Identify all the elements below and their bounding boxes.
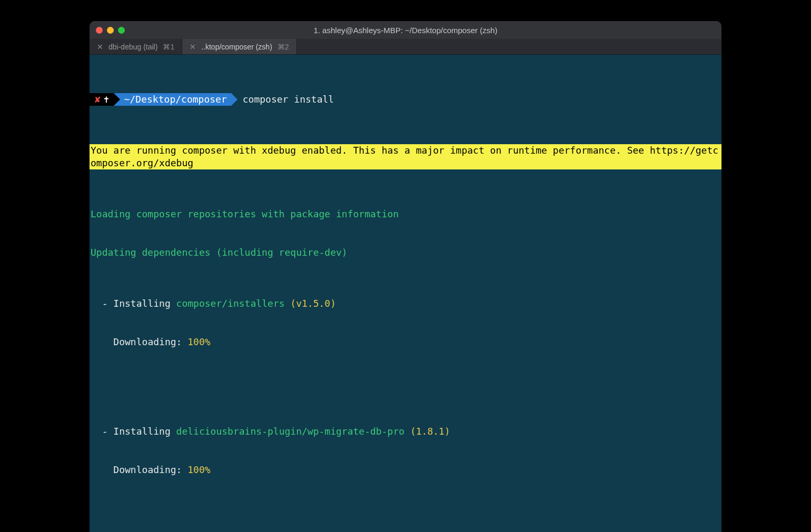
- install-line: - Installing deliciousbrains-plugin/wp-m…: [90, 425, 721, 438]
- blank-line: [90, 374, 721, 387]
- download-line: Downloading: 100%: [90, 464, 721, 476]
- output-line: Updating dependencies (including require…: [90, 246, 721, 259]
- prompt-status-segment: ✘ ✝: [90, 93, 114, 106]
- tab-label: ..ktop/composer (zsh): [201, 43, 272, 51]
- install-line: - Installing composer/installers (v1.5.0…: [90, 297, 721, 310]
- output-line: Loading composer repositories with packa…: [90, 208, 721, 220]
- close-icon[interactable]: ✕: [190, 43, 196, 51]
- tabbar: ✕ dbi-debug (tail) ⌘1 ✕ ..ktop/composer …: [90, 39, 721, 55]
- tab-shortcut: ⌘2: [278, 43, 289, 51]
- sudo-icon: ✝: [104, 93, 110, 106]
- command-text: composer install: [231, 93, 334, 106]
- blank-line: [90, 502, 721, 515]
- error-icon: ✘: [95, 93, 101, 106]
- prompt-line: ✘ ✝ ~/Desktop/composer composer install: [90, 93, 721, 106]
- terminal-window: 1. ashley@Ashleys-MBP: ~/Desktop/compose…: [90, 21, 721, 532]
- tab-dbi-debug[interactable]: ✕ dbi-debug (tail) ⌘1: [90, 39, 182, 54]
- cwd-path: ~/Desktop/composer: [124, 93, 227, 106]
- terminal-body[interactable]: ✘ ✝ ~/Desktop/composer composer install …: [90, 55, 721, 532]
- download-line: Downloading: 100%: [90, 336, 721, 348]
- tab-composer[interactable]: ✕ ..ktop/composer (zsh) ⌘2: [182, 39, 296, 54]
- titlebar[interactable]: 1. ashley@Ashleys-MBP: ~/Desktop/compose…: [90, 21, 721, 39]
- prompt-path-segment: ~/Desktop/composer: [114, 93, 231, 106]
- close-icon[interactable]: ✕: [97, 43, 103, 51]
- xdebug-warning: You are running composer with xdebug ena…: [90, 144, 721, 170]
- tab-shortcut: ⌘1: [163, 43, 174, 51]
- window-title: 1. ashley@Ashleys-MBP: ~/Desktop/compose…: [90, 26, 721, 35]
- tab-label: dbi-debug (tail): [108, 43, 157, 51]
